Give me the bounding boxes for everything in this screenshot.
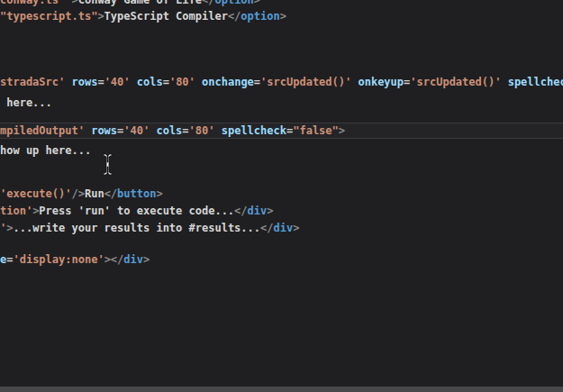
window-bottom-bar (0, 387, 563, 392)
code-token-text (501, 76, 507, 88)
code-token-attr: rows (91, 124, 117, 137)
code-token-text (214, 124, 221, 137)
code-token-text (195, 76, 202, 88)
code-token-str: '40' (123, 124, 150, 137)
code-token-punc: </ (228, 10, 241, 23)
code-token-punc: > (156, 187, 162, 200)
code-token-str: conway.ts' (0, 0, 65, 6)
code-token-attr: onchange (202, 76, 254, 88)
code-token-attr: cols (137, 76, 163, 88)
code-line[interactable]: here... (0, 96, 563, 111)
code-token-str: "typescript.ts" (0, 10, 97, 23)
code-line[interactable]: stradaSrc' rows='40' cols='80' onchange=… (0, 75, 563, 90)
code-token-str: '80' (169, 76, 195, 88)
code-token-punc: > (339, 124, 345, 137)
code-token-text: TypeScript Compiler (104, 10, 228, 23)
code-token-eq: = (182, 124, 188, 137)
code-token-punc: > (280, 10, 286, 23)
code-token-text: Run (85, 187, 104, 200)
code-token-tag: option (214, 0, 253, 6)
code-token-tag: div (123, 253, 143, 266)
code-token-punc: /> (71, 187, 84, 200)
code-token-str: stradaSrc' (0, 76, 65, 88)
code-token-eq: = (97, 76, 104, 88)
code-token-attr: onkeyup (358, 76, 404, 88)
code-token-attr: cols (156, 124, 182, 137)
code-line[interactable]: '>...write your results into #results...… (0, 221, 563, 236)
code-token-str: 'srcUpdated()' (410, 76, 501, 88)
code-line[interactable]: e='display:none'></div> (0, 252, 563, 268)
code-token-tag: div (273, 222, 293, 234)
code-line[interactable]: "typescript.ts">TypeScript Compiler</opt… (0, 9, 563, 24)
code-token-eq: = (254, 76, 260, 88)
code-line[interactable]: mpiledOutput' rows='40' cols='80' spellc… (0, 123, 563, 139)
code-line[interactable]: conway.ts' >Conway Game of Life</option> (0, 0, 563, 8)
code-token-text: Conway Game of Life (78, 0, 202, 6)
code-token-text: here... (0, 96, 52, 109)
code-token-str: 'execute()' (0, 187, 71, 200)
code-editor[interactable]: conway.ts' >Conway Game of Life</option>… (0, 0, 563, 387)
code-token-punc: </ (234, 205, 247, 217)
code-line[interactable]: 'execute()'/>Run</button> (0, 187, 563, 202)
code-token-punc: </ (202, 0, 214, 6)
code-token-str: '80' (189, 124, 215, 137)
code-token-text: Press 'run' to execute code... (39, 205, 234, 217)
code-line[interactable]: tion'>Press 'run' to execute code...</di… (0, 204, 563, 219)
code-token-str: tion' (0, 205, 32, 217)
code-token-attr: spellcheck (508, 76, 563, 88)
code-token-punc: > (267, 205, 273, 217)
code-token-str: 'srcUpdated()' (260, 76, 351, 88)
code-token-text: ...write your results into #results... (13, 222, 260, 234)
code-token-text: how up here... (0, 144, 91, 157)
code-token-eq: = (163, 76, 169, 88)
code-token-str: "false" (293, 124, 339, 137)
code-token-punc: > (97, 10, 104, 23)
code-token-text (131, 76, 137, 88)
code-token-attr: spellcheck (222, 124, 286, 137)
code-token-str: 'display:none' (13, 253, 104, 266)
code-token-punc: > (143, 253, 150, 266)
code-token-punc: > (293, 222, 299, 234)
code-line[interactable]: how up here... (0, 143, 563, 159)
code-token-punc: > (71, 0, 77, 6)
code-token-punc: </ (104, 187, 117, 200)
code-token-punc: > (104, 253, 111, 266)
code-token-tag: option (241, 10, 279, 23)
code-token-punc: </ (111, 253, 123, 266)
code-token-tag: button (117, 187, 156, 200)
code-token-punc: </ (260, 222, 273, 234)
code-token-str: '40' (104, 76, 131, 88)
code-token-str: mpiledOutput' (0, 124, 85, 137)
code-token-tag: div (248, 205, 268, 217)
code-token-punc: > (254, 0, 260, 6)
code-token-attr: rows (71, 76, 97, 88)
